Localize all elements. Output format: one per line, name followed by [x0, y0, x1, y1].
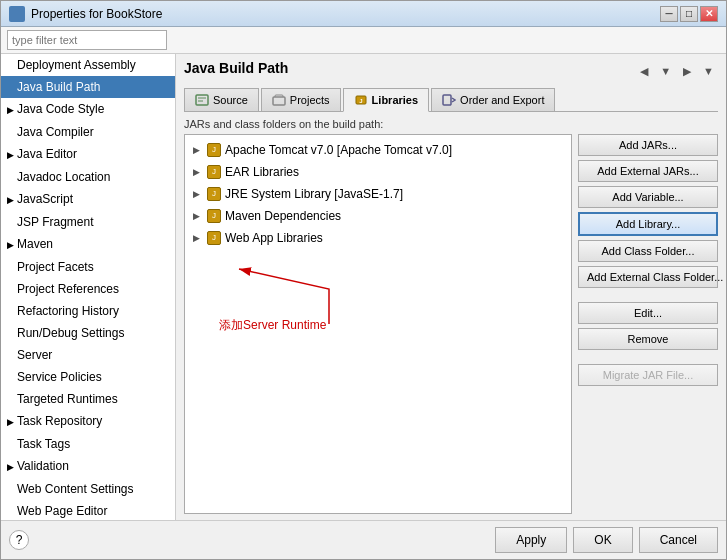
sidebar-item-java-editor[interactable]: ▶Java Editor: [1, 143, 175, 166]
annotation-container: 添加Server Runtime: [189, 259, 567, 339]
apply-button[interactable]: Apply: [495, 527, 567, 553]
sidebar-item-task-tags[interactable]: Task Tags: [1, 433, 175, 455]
list-item-label-tomcat: Apache Tomcat v7.0 [Apache Tomcat v7.0]: [225, 141, 452, 159]
content-wrapper: JARs and class folders on the build path…: [184, 118, 718, 514]
expand-arrow-tomcat: ▶: [193, 141, 203, 159]
sidebar-item-java-build-path[interactable]: Java Build Path: [1, 76, 175, 98]
list-item-label-maven: Maven Dependencies: [225, 207, 341, 225]
list-item-jre-library[interactable]: ▶ J JRE System Library [JavaSE-1.7]: [189, 183, 567, 205]
title-bar-left: Properties for BookStore: [9, 6, 162, 22]
cancel-button[interactable]: Cancel: [639, 527, 718, 553]
panel-title-bar: Java Build Path ◀ ▼ ▶ ▼: [184, 60, 718, 82]
add-jars-button[interactable]: Add JARs...: [578, 134, 718, 156]
bottom-bar: ? Apply OK Cancel: [1, 520, 726, 559]
sidebar-item-service-policies[interactable]: Service Policies: [1, 366, 175, 388]
sidebar-item-java-code-style[interactable]: ▶Java Code Style: [1, 98, 175, 121]
add-external-jars-button[interactable]: Add External JARs...: [578, 160, 718, 182]
jar-icon-jre: J: [207, 187, 221, 201]
sidebar-wrapper: Deployment Assembly Java Build Path ▶Jav…: [1, 54, 176, 520]
add-variable-button[interactable]: Add Variable...: [578, 186, 718, 208]
svg-text:J: J: [359, 98, 362, 104]
search-input[interactable]: [7, 30, 167, 50]
list-item-web-app-libraries[interactable]: ▶ J Web App Libraries: [189, 227, 567, 249]
svg-rect-3: [273, 97, 285, 105]
expand-arrow-maven: ▶: [193, 207, 203, 225]
jar-icon-tomcat: J: [207, 143, 221, 157]
title-controls: ─ □ ✕: [660, 6, 718, 22]
expand-arrow-ear: ▶: [193, 163, 203, 181]
sidebar-item-task-repository[interactable]: ▶Task Repository: [1, 410, 175, 433]
source-tab-icon: [195, 93, 209, 107]
sidebar-item-project-references[interactable]: Project References: [1, 278, 175, 300]
sidebar-item-run-debug-settings[interactable]: Run/Debug Settings: [1, 322, 175, 344]
content-area: ▶ J Apache Tomcat v7.0 [Apache Tomcat v7…: [184, 134, 718, 514]
sidebar-item-server[interactable]: Server: [1, 344, 175, 366]
minimize-button[interactable]: ─: [660, 6, 678, 22]
sidebar-item-refactoring-history[interactable]: Refactoring History: [1, 300, 175, 322]
tabs: Source Projects J Libraries Order and Ex…: [184, 88, 718, 112]
remove-button[interactable]: Remove: [578, 328, 718, 350]
sidebar-item-jsp-fragment[interactable]: JSP Fragment: [1, 211, 175, 233]
sidebar-item-java-compiler[interactable]: Java Compiler: [1, 121, 175, 143]
close-button[interactable]: ✕: [700, 6, 718, 22]
sidebar-item-validation[interactable]: ▶Validation: [1, 455, 175, 478]
spacer2: [578, 354, 718, 360]
bottom-left: ?: [9, 527, 489, 553]
ok-button[interactable]: OK: [573, 527, 632, 553]
add-external-class-folder-button[interactable]: Add External Class Folder...: [578, 266, 718, 288]
expand-arrow-jre: ▶: [193, 185, 203, 203]
help-button[interactable]: ?: [9, 530, 29, 550]
libraries-tab-icon: J: [354, 93, 368, 107]
main-content: Deployment Assembly Java Build Path ▶Jav…: [1, 54, 726, 520]
sidebar-item-project-facets[interactable]: Project Facets: [1, 256, 175, 278]
list-item-ear-libraries[interactable]: ▶ J EAR Libraries: [189, 161, 567, 183]
list-item-label-webapp: Web App Libraries: [225, 229, 323, 247]
expand-arrow-webapp: ▶: [193, 229, 203, 247]
spacer: [578, 292, 718, 298]
migrate-jar-button[interactable]: Migrate JAR File...: [578, 364, 718, 386]
right-panel: Java Build Path ◀ ▼ ▶ ▼ Source Projects: [176, 54, 726, 520]
nav-back-button[interactable]: ◀: [636, 63, 652, 80]
panel-title: Java Build Path: [184, 60, 288, 76]
tab-projects[interactable]: Projects: [261, 88, 341, 111]
nav-dropdown2-button[interactable]: ▼: [699, 63, 718, 80]
search-bar: [1, 27, 726, 54]
list-item-label-jre: JRE System Library [JavaSE-1.7]: [225, 185, 403, 203]
svg-rect-0: [196, 95, 208, 105]
sidebar-item-web-content-settings[interactable]: Web Content Settings: [1, 478, 175, 500]
sidebar-item-javadoc-location[interactable]: Javadoc Location: [1, 166, 175, 188]
title-bar: Properties for BookStore ─ □ ✕: [1, 1, 726, 27]
list-item-label-ear: EAR Libraries: [225, 163, 299, 181]
window-title: Properties for BookStore: [31, 7, 162, 21]
projects-tab-icon: [272, 93, 286, 107]
list-item-maven-dependencies[interactable]: ▶ J Maven Dependencies: [189, 205, 567, 227]
tab-order-export[interactable]: Order and Export: [431, 88, 555, 111]
jar-icon-ear: J: [207, 165, 221, 179]
action-buttons-panel: Add JARs... Add External JARs... Add Var…: [578, 134, 718, 514]
sidebar-item-deployment-assembly[interactable]: Deployment Assembly: [1, 54, 175, 76]
main-window: Properties for BookStore ─ □ ✕ Deploymen…: [0, 0, 727, 560]
jar-icon-webapp: J: [207, 231, 221, 245]
add-library-button[interactable]: Add Library...: [578, 212, 718, 236]
tab-libraries[interactable]: J Libraries: [343, 88, 429, 112]
svg-rect-6: [443, 95, 451, 105]
tab-source[interactable]: Source: [184, 88, 259, 111]
add-class-folder-button[interactable]: Add Class Folder...: [578, 240, 718, 262]
sidebar-item-web-page-editor[interactable]: Web Page Editor: [1, 500, 175, 520]
export-tab-icon: [442, 93, 456, 107]
maximize-button[interactable]: □: [680, 6, 698, 22]
nav-forward-button[interactable]: ▶: [679, 63, 695, 80]
sidebar-item-targeted-runtimes[interactable]: Targeted Runtimes: [1, 388, 175, 410]
list-item-apache-tomcat[interactable]: ▶ J Apache Tomcat v7.0 [Apache Tomcat v7…: [189, 139, 567, 161]
sidebar-item-maven[interactable]: ▶Maven: [1, 233, 175, 256]
panel-nav: ◀ ▼ ▶ ▼: [636, 63, 718, 80]
edit-button[interactable]: Edit...: [578, 302, 718, 324]
annotation-text: 添加Server Runtime: [219, 317, 326, 334]
jar-icon-maven: J: [207, 209, 221, 223]
window-icon: [9, 6, 25, 22]
sidebar: Deployment Assembly Java Build Path ▶Jav…: [1, 54, 176, 520]
sidebar-item-javascript[interactable]: ▶JavaScript: [1, 188, 175, 211]
library-list[interactable]: ▶ J Apache Tomcat v7.0 [Apache Tomcat v7…: [184, 134, 572, 514]
nav-dropdown-button[interactable]: ▼: [656, 63, 675, 80]
list-label: JARs and class folders on the build path…: [184, 118, 718, 130]
